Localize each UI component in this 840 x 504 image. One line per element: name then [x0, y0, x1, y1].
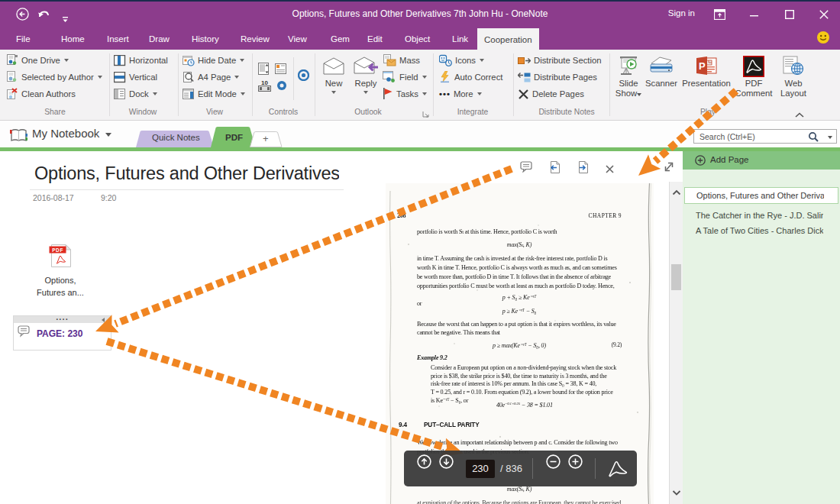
control-donut-icon[interactable] — [276, 80, 287, 94]
title-bar: Options, Futures and Other Derivatives 7… — [0, 0, 840, 27]
tab-review[interactable]: Review — [234, 27, 276, 50]
page-title[interactable]: Options, Futures and Other Derivatives 7… — [34, 163, 339, 184]
tab-object[interactable]: Object — [398, 27, 437, 50]
more-dots-icon: ••• — [439, 89, 451, 99]
tab-quick-notes-label[interactable]: Quick Notes — [152, 133, 200, 142]
page-list-item[interactable]: The Catcher in the Rye - J.D. Salinger — [696, 211, 823, 220]
edit-mode-button[interactable]: Edit Mode — [183, 88, 245, 100]
icons-button[interactable]: Icons — [439, 54, 484, 66]
add-page-bar[interactable]: Add Page — [683, 151, 840, 170]
search-box[interactable]: Search (Ctrl+E) — [693, 129, 837, 144]
note-collapse-icon[interactable] — [102, 318, 105, 322]
tab-insert[interactable]: Insert — [100, 27, 136, 50]
control-grid-icon[interactable] — [275, 63, 287, 78]
distribute-section-button[interactable]: Distribute Section — [518, 54, 602, 66]
pdf-next-page-icon[interactable] — [577, 161, 588, 176]
zoom-in-button[interactable] — [568, 454, 583, 472]
a4-page-button[interactable]: A4 Page — [183, 71, 239, 83]
page-number-input[interactable]: 230 — [466, 460, 495, 478]
group-label-share: Share — [23, 108, 87, 117]
note-container[interactable]: ···· PAGE: 230 — [13, 315, 111, 351]
tab-gem[interactable]: Gem — [324, 27, 357, 50]
tab-home[interactable]: Home — [54, 27, 92, 50]
group-separator — [513, 53, 514, 116]
new-section-plus-label[interactable]: + — [263, 133, 269, 144]
feedback-smiley-icon[interactable] — [816, 31, 830, 47]
tab-draw[interactable]: Draw — [142, 27, 176, 50]
minimize-button[interactable] — [737, 2, 771, 27]
reply-button[interactable]: Reply — [344, 52, 388, 107]
field-icon — [383, 71, 396, 83]
note-page-reference[interactable]: PAGE: 230 — [37, 328, 82, 339]
page-list-item[interactable]: A Tale of Two Cities - Charles Dickens — [696, 226, 823, 235]
ribbon-display-options-icon[interactable] — [714, 9, 725, 23]
tab-view[interactable]: View — [281, 27, 314, 50]
pdf-attachment-icon[interactable]: PDF — [49, 244, 73, 270]
horizontal-button[interactable]: Horizontal — [114, 54, 168, 66]
clean-authors-button[interactable]: Clean Authors — [6, 88, 76, 100]
presentation-icon: P — [695, 54, 718, 79]
close-button[interactable] — [807, 2, 840, 27]
mass-button[interactable]: Mass — [383, 54, 420, 66]
selected-by-author-button[interactable]: Selected by Author — [6, 71, 102, 83]
pdf-comment-button[interactable]: PDFComment — [732, 52, 776, 107]
toolbar-divider — [595, 458, 596, 479]
scroll-down-icon[interactable] — [672, 486, 681, 499]
hide-date-button[interactable]: Hide Date — [183, 54, 244, 66]
scanner-icon — [648, 54, 674, 79]
tab-cooperation-active[interactable]: Cooperation — [477, 28, 539, 50]
scrollbar-thumb[interactable] — [671, 264, 681, 290]
note-handle-dots: ···· — [14, 315, 111, 324]
one-drive-button[interactable]: One Drive — [6, 54, 69, 66]
control-list-updown-icon[interactable] — [258, 63, 271, 78]
tab-link[interactable]: Link — [445, 27, 475, 50]
note-comment-icon — [18, 325, 31, 341]
pdf-close-icon[interactable] — [606, 163, 614, 176]
vertical-scrollbar[interactable] — [669, 182, 683, 504]
tab-pdf-label[interactable]: PDF — [225, 133, 243, 142]
dock-button[interactable]: Dock — [114, 88, 157, 100]
scanner-button[interactable]: Scanner — [641, 52, 682, 107]
delete-pages-button[interactable]: Delete Pages — [518, 88, 584, 100]
pdf-annotation-icon[interactable] — [520, 161, 532, 176]
page-down-button[interactable] — [439, 454, 454, 472]
web-layout-button[interactable]: WebLayout — [774, 52, 813, 107]
pdf-attachment-caption[interactable]: Options,Futures an... — [15, 275, 106, 299]
tasks-button[interactable]: Tasks — [383, 88, 427, 100]
auto-correct-button[interactable]: Auto Correct — [439, 71, 502, 83]
sign-in-button[interactable]: Sign in — [668, 8, 695, 18]
distribute-pages-button[interactable]: Distribute Pages — [518, 71, 597, 83]
search-scope-caret-icon[interactable] — [828, 136, 832, 139]
maximize-button[interactable] — [773, 2, 806, 27]
notebook-navigation-bar: My Notebook Quick Notes PDF + Search (Ct… — [0, 121, 840, 147]
page-up-button[interactable] — [417, 454, 431, 472]
ribbon-tabs-bar: File Home Insert Draw History Review Vie… — [0, 27, 840, 50]
tasks-icon — [383, 88, 393, 100]
tab-edit[interactable]: Edit — [360, 27, 389, 50]
pdf-nav-toolbar: 230 / 836 — [404, 451, 637, 486]
zoom-out-button[interactable] — [546, 454, 561, 472]
tab-file[interactable]: File — [9, 27, 37, 50]
outlook-dialog-launcher-icon[interactable] — [422, 108, 430, 115]
acrobat-logo-icon[interactable] — [606, 457, 628, 482]
search-icon[interactable] — [808, 131, 819, 146]
page-list-item-selected[interactable]: Options, Futures and Other Derivatives 7… — [684, 187, 838, 204]
scroll-up-icon[interactable] — [672, 186, 681, 199]
presentation-button[interactable]: P Presentation — [681, 52, 732, 107]
dock-icon — [114, 89, 126, 100]
vertical-button[interactable]: Vertical — [114, 71, 157, 83]
svg-text:10: 10 — [261, 79, 268, 86]
field-button[interactable]: Field — [383, 71, 427, 83]
page-time: 9:20 — [101, 193, 116, 202]
scan-gutter-shadow — [387, 183, 395, 504]
pdf-resize-icon[interactable] — [664, 161, 674, 176]
pdf-prev-page-icon[interactable] — [548, 161, 560, 176]
group-label-play: Play — [676, 108, 740, 117]
control-radio-icon[interactable] — [298, 69, 309, 84]
icons-icon — [439, 54, 452, 66]
more-button[interactable]: ••• More — [439, 88, 482, 100]
distribute-pages-icon — [518, 72, 531, 83]
control-number-icon[interactable]: 10 — [258, 79, 272, 95]
tab-history[interactable]: History — [185, 27, 226, 50]
group-label-distribute-notes: Distribute Notes — [535, 108, 599, 117]
